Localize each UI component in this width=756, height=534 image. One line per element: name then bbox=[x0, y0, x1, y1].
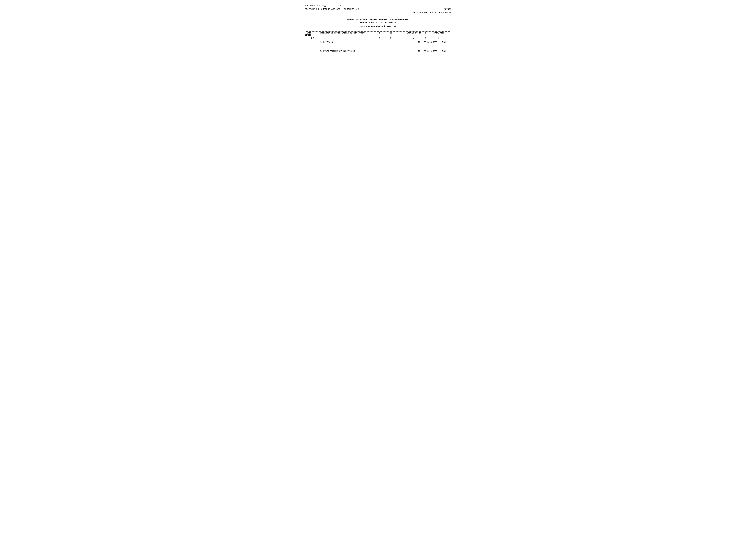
sep2: ! bbox=[401, 32, 403, 34]
col-name-header: НАИМЕНОВАНИЕ ГРУППЫ ЭЛЕМЕНТОВ КОНСТРУКЦИ… bbox=[320, 32, 378, 34]
doc-number: 137601 bbox=[444, 8, 451, 10]
row2-units: МЗ bbox=[418, 50, 424, 52]
col-num-header: -НОМЕР ! СТРОКИ: bbox=[305, 32, 320, 36]
program-label: ПРОГРАММНЫЙ КОМПЛЕКС АВС-ЗГС ( РЕДАКЦИЯ … bbox=[305, 8, 362, 10]
col-num4: 4 bbox=[403, 37, 424, 39]
header-area: Т б 503 g,i.3-87(у) 8 bbox=[305, 5, 451, 7]
page: Т б 503 g,i.3-87(у) 8 ПРОГРАММНЫЙ КОМПЛЕ… bbox=[305, 5, 451, 54]
col-num-sep1: ! bbox=[378, 37, 381, 39]
col-qty-header: КОЛИЧЕСТВО,МЗ bbox=[403, 32, 424, 34]
page-number: 8 bbox=[339, 5, 341, 7]
row2-code: 58 9999 0899 bbox=[424, 50, 438, 52]
col-num-sep3: ! bbox=[424, 37, 427, 39]
col-num3: 3 bbox=[381, 37, 401, 39]
col-numbers-row: 1 ! ! 3 ! 4 ! 5 bbox=[305, 37, 451, 40]
col-code-header: КОД bbox=[381, 32, 401, 34]
table-row: 1, ПЕРЕМЫЧКИ МЗ 58 2888 0888 5,35 bbox=[305, 40, 451, 45]
spacer1 bbox=[305, 45, 451, 48]
program-line: ПРОГРАММНЫЙ КОМПЛЕКС АВС-ЗГС ( РЕДАКЦИЯ … bbox=[305, 8, 451, 10]
main-title-line2: КОНСТРУКЦИЙ ПО ГОСТ 21,503-80 bbox=[305, 21, 451, 24]
sep1: ! bbox=[378, 32, 381, 34]
row2-qty: 5,35 bbox=[438, 50, 451, 52]
row1-units: МЗ bbox=[418, 41, 424, 43]
col-num1: 1 ! bbox=[305, 37, 320, 39]
table-header-row1: -НОМЕР ! СТРОКИ: НАИМЕНОВАНИЕ ГРУППЫ ЭЛЕ… bbox=[305, 32, 451, 37]
col-num5: 5 bbox=[427, 37, 451, 39]
row2-name: 3, ИТОГО СБОРНЫХ Х/Б КОНСТРУКЦИЯ bbox=[320, 50, 418, 52]
main-title-line1: ВЕДОМОСТЬ ОБЪЕМОВ СБОРНЫХ БЕТОННЫХ И ЖЕЛ… bbox=[305, 18, 451, 21]
sub-title: КОНТРОЛЬНО-ПРОПУСКНОЙ ПУНКТ АР bbox=[305, 25, 451, 28]
row1-code: 58 2888 0888 bbox=[424, 41, 438, 43]
row1-name: 1, ПЕРЕМЫЧКИ bbox=[320, 41, 418, 43]
equals-divider: ========================================… bbox=[305, 48, 451, 49]
main-title: ВЕДОМОСТЬ ОБЪЕМОВ СБОРНЫХ БЕТОННЫХ И ЖЕЛ… bbox=[305, 18, 451, 24]
col-note-header: ПРИМЕЧАНИЕ bbox=[427, 32, 451, 34]
table: -НОМЕР ! СТРОКИ: НАИМЕНОВАНИЕ ГРУППЫ ЭЛЕ… bbox=[305, 31, 451, 54]
object-line: НОМЕР ОБЪЕКТА: КПП АТП НА 2 постА bbox=[305, 11, 451, 13]
table-row-total: 3, ИТОГО СБОРНЫХ Х/Б КОНСТРУКЦИЯ МЗ 58 9… bbox=[305, 49, 451, 54]
col-num-sep2: ! bbox=[401, 37, 403, 39]
top-title: Т б 503 g,i.3-87(у) bbox=[305, 5, 327, 7]
row1-qty: 5,35 bbox=[438, 41, 451, 43]
sep3: ! bbox=[424, 32, 427, 34]
